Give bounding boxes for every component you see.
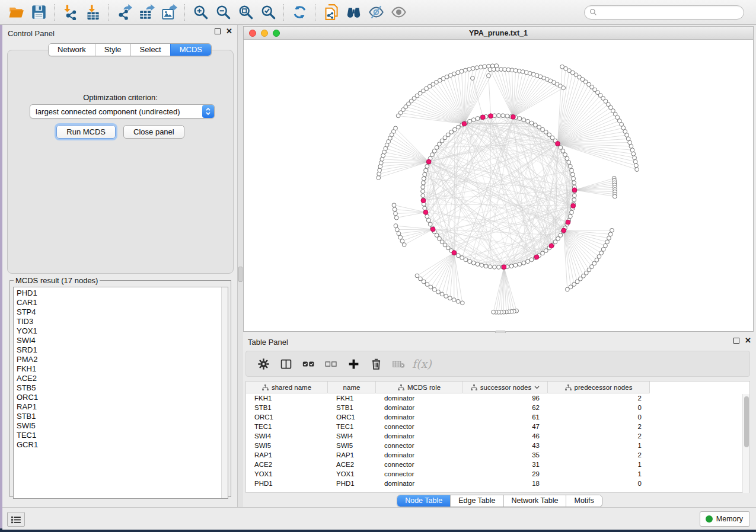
clone-network-button[interactable] — [320, 2, 342, 23]
mcds-result-item[interactable]: ORC1 — [14, 393, 221, 402]
mcds-result-item[interactable]: SWI4 — [14, 336, 221, 345]
column-header-name[interactable]: name — [328, 382, 376, 393]
table-row[interactable]: RAP1RAP1dominator352 — [246, 450, 749, 460]
float-panel-icon[interactable] — [215, 28, 221, 34]
table-row[interactable]: YOX1YOX1connector291 — [246, 469, 749, 479]
table-row[interactable]: TEC1TEC1connector472 — [246, 422, 749, 431]
network-leaf-node[interactable] — [452, 298, 456, 302]
network-node[interactable] — [480, 263, 484, 267]
mcds-result-item[interactable]: RAP1 — [14, 402, 221, 412]
network-leaf-node[interactable] — [601, 248, 605, 252]
column-header-shared-name[interactable]: shared name — [246, 382, 328, 393]
mcds-result-item[interactable]: ACE2 — [14, 374, 221, 383]
table-scrollbar-thumb[interactable] — [744, 396, 749, 447]
table-row[interactable]: SWI4SWI4dominator462 — [246, 431, 749, 441]
network-node[interactable] — [570, 210, 574, 214]
network-leaf-node[interactable] — [377, 176, 381, 180]
mcds-result-item[interactable]: STP4 — [14, 307, 221, 317]
network-node[interactable] — [518, 117, 522, 121]
mcds-result-item[interactable]: PHD1 — [14, 289, 221, 298]
network-leaf-node[interactable] — [394, 211, 398, 216]
close-panel-button[interactable]: Close panel — [123, 125, 184, 139]
network-leaf-node[interactable] — [393, 207, 397, 211]
zoom-in-button[interactable] — [189, 2, 212, 23]
hide-visual-button[interactable] — [365, 2, 387, 23]
network-node[interactable] — [471, 118, 476, 122]
network-node[interactable] — [559, 233, 563, 238]
network-node[interactable] — [534, 123, 538, 127]
network-leaf-node[interactable] — [604, 243, 608, 248]
network-node[interactable] — [464, 258, 468, 262]
column-header-successor-nodes[interactable]: successor nodes — [463, 382, 548, 393]
network-leaf-node[interactable] — [607, 236, 611, 241]
network-node[interactable] — [544, 249, 548, 253]
network-node[interactable] — [435, 146, 439, 150]
network-leaf-node[interactable] — [402, 243, 406, 247]
zoom-out-button[interactable] — [212, 2, 234, 23]
network-dominator-node[interactable] — [562, 228, 566, 233]
network-node[interactable] — [428, 222, 432, 226]
network-dominator-node[interactable] — [423, 210, 428, 214]
network-dominator-node[interactable] — [421, 198, 426, 203]
network-leaf-node[interactable] — [635, 168, 639, 172]
network-dominator-node[interactable] — [480, 115, 485, 120]
table-tab-network-table[interactable]: Network Table — [503, 495, 566, 507]
network-leaf-node[interactable] — [456, 70, 460, 75]
table-tab-edge-table[interactable]: Edge Table — [450, 495, 503, 507]
network-node[interactable] — [424, 168, 428, 172]
table-tab-motifs[interactable]: Motifs — [566, 495, 601, 507]
search-input[interactable] — [600, 8, 739, 17]
memory-button[interactable]: Memory — [700, 511, 750, 527]
network-node[interactable] — [471, 261, 476, 265]
mcds-result-item[interactable]: SRD1 — [14, 345, 221, 355]
mcds-result-item[interactable]: TID3 — [14, 317, 221, 326]
tab-network[interactable]: Network — [49, 44, 95, 56]
network-node[interactable] — [497, 114, 501, 118]
network-node[interactable] — [421, 194, 425, 198]
network-leaf-node[interactable] — [394, 224, 398, 228]
network-node[interactable] — [492, 265, 496, 269]
mcds-result-item[interactable]: TEC1 — [14, 431, 221, 440]
network-leaf-node[interactable] — [419, 277, 423, 281]
network-node[interactable] — [426, 219, 430, 223]
network-leaf-node[interactable] — [397, 232, 401, 236]
mcds-result-item[interactable]: YOX1 — [14, 326, 221, 336]
network-leaf-node[interactable] — [395, 227, 399, 232]
network-node[interactable] — [422, 177, 426, 181]
network-node[interactable] — [468, 259, 472, 264]
window-minimize-icon[interactable] — [261, 30, 268, 37]
network-leaf-node[interactable] — [456, 299, 460, 303]
delete-columns-button[interactable] — [367, 354, 385, 373]
close-panel-icon[interactable]: ✕ — [226, 28, 232, 34]
network-leaf-node[interactable] — [444, 294, 448, 299]
close-table-panel-icon[interactable]: ✕ — [745, 338, 751, 344]
vertical-splitter[interactable] — [238, 25, 243, 507]
network-dominator-node[interactable] — [462, 121, 467, 126]
network-leaf-node[interactable] — [565, 287, 569, 291]
unselect-all-columns-button[interactable] — [322, 354, 340, 373]
network-node[interactable] — [559, 146, 563, 150]
window-zoom-icon[interactable] — [273, 30, 280, 37]
network-dominator-node[interactable] — [572, 188, 577, 193]
network-leaf-node[interactable] — [634, 164, 639, 168]
table-settings-button[interactable] — [254, 354, 272, 373]
float-table-panel-icon[interactable] — [733, 338, 739, 344]
zoom-selected-button[interactable] — [257, 2, 279, 23]
network-node[interactable] — [529, 258, 534, 262]
show-log-button[interactable] — [7, 512, 25, 527]
network-leaf-node[interactable] — [471, 76, 475, 81]
network-node[interactable] — [421, 185, 425, 189]
network-node[interactable] — [572, 177, 576, 181]
network-dominator-node[interactable] — [502, 265, 506, 270]
network-node[interactable] — [509, 264, 513, 268]
import-network-button[interactable] — [59, 2, 81, 23]
network-node[interactable] — [526, 259, 530, 264]
network-leaf-node[interactable] — [562, 86, 566, 90]
network-dominator-node[interactable] — [556, 142, 560, 146]
network-node[interactable] — [476, 117, 480, 121]
optimization-criterion-select[interactable]: largest connected component (undirected) — [30, 104, 215, 118]
run-mcds-button[interactable]: Run MCDS — [56, 125, 116, 139]
network-node[interactable] — [568, 164, 572, 168]
function-builder-button[interactable]: f(x) — [412, 357, 432, 370]
network-node[interactable] — [423, 172, 427, 177]
